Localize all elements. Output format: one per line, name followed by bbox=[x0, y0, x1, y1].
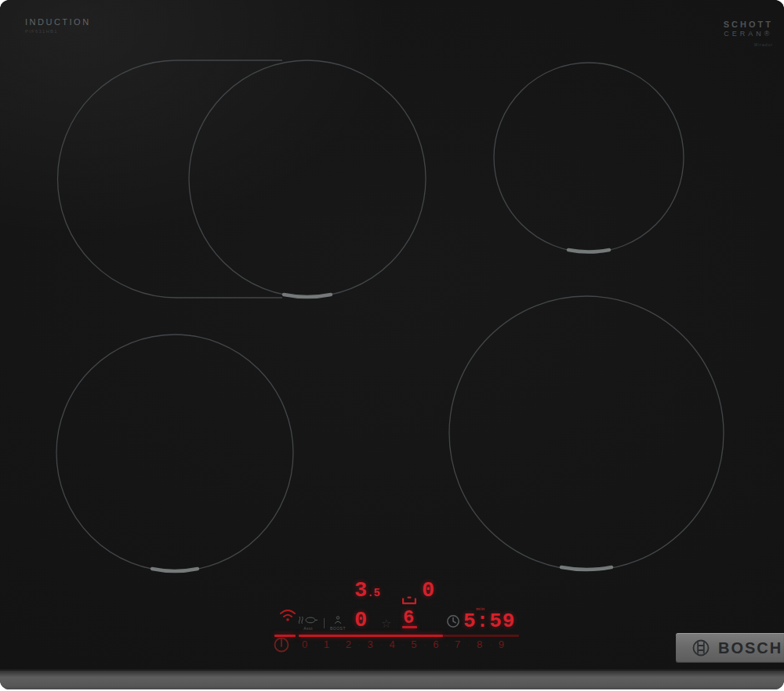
zone-display-rear-right[interactable]: 0 bbox=[422, 581, 434, 602]
level-separator: · bbox=[489, 641, 492, 649]
bosch-badge: BOSCH bbox=[676, 633, 784, 663]
power-level-6[interactable]: 6 bbox=[433, 639, 438, 650]
ceran-wordmark: CERAN® bbox=[724, 30, 773, 38]
level-separator: · bbox=[423, 641, 426, 649]
level-separator: · bbox=[445, 641, 448, 649]
model-number: PIF631HB1 bbox=[25, 29, 91, 34]
zone-ring-rear-left bbox=[58, 60, 283, 298]
zone-ring-rear-right bbox=[494, 63, 684, 252]
bosch-armature-icon bbox=[691, 639, 710, 657]
front-trim-strip bbox=[0, 669, 784, 689]
assist-key[interactable]: Asst bbox=[298, 616, 318, 631]
product-photo: INDUCTION PIF631HB1 SCHOTT CERAN® Miradu… bbox=[0, 0, 784, 691]
wifi-icon bbox=[278, 608, 297, 622]
power-level-7[interactable]: 7 bbox=[455, 639, 460, 650]
level-separator: · bbox=[314, 641, 317, 649]
power-level-1[interactable]: 1 bbox=[324, 639, 329, 650]
zone-display-front-left[interactable]: 0 bbox=[354, 610, 367, 631]
assist-key-label: Asst bbox=[303, 626, 313, 631]
fry-assist-icon bbox=[298, 616, 318, 624]
level-separator: · bbox=[358, 641, 361, 649]
slider-inactive-track[interactable] bbox=[443, 635, 519, 637]
power-icon bbox=[273, 636, 290, 653]
induction-label: INDUCTION bbox=[25, 17, 91, 27]
schott-ceran-logo: SCHOTT CERAN® Miradur bbox=[724, 20, 773, 47]
zone-ring-front-right bbox=[449, 296, 724, 570]
power-level-5[interactable]: 5 bbox=[411, 639, 416, 650]
slider-active-track[interactable] bbox=[299, 635, 443, 637]
power-level-8[interactable]: 8 bbox=[477, 639, 482, 650]
pan-mark-rear-center bbox=[284, 295, 331, 297]
power-level-2[interactable]: 2 bbox=[346, 639, 351, 650]
power-level-9[interactable]: 9 bbox=[499, 639, 504, 650]
schott-wordmark: SCHOTT bbox=[724, 20, 773, 29]
boost-icon bbox=[333, 616, 343, 624]
boost-key-label: BOOST bbox=[330, 626, 346, 631]
key-divider bbox=[324, 618, 325, 628]
zone-display-rear-left[interactable]: 3.5 bbox=[354, 581, 380, 602]
power-button[interactable] bbox=[273, 636, 290, 653]
star-icon[interactable]: ☆ bbox=[381, 617, 391, 629]
zone-ring-rear-center bbox=[189, 60, 426, 297]
boost-key[interactable]: BOOST bbox=[330, 616, 346, 631]
selected-zone-indicator bbox=[402, 626, 417, 628]
pan-mark-front-right bbox=[561, 567, 612, 570]
pan-mark-rear-right bbox=[568, 250, 609, 252]
pan-detected-icon bbox=[401, 596, 417, 606]
schott-subtext: Miradur bbox=[724, 42, 773, 47]
power-level-row[interactable]: 0·1·2·3·4·5·6·7·8·9 bbox=[302, 639, 504, 650]
function-keys: Asst BOOST bbox=[298, 616, 346, 631]
decimal-point: . bbox=[367, 587, 373, 599]
timer-display: 5:59 bbox=[463, 611, 515, 631]
level-separator: · bbox=[467, 641, 470, 649]
registered-mark: ® bbox=[764, 30, 773, 38]
timer-clock-icon[interactable] bbox=[446, 614, 460, 628]
level-separator: · bbox=[401, 641, 404, 649]
power-level-4[interactable]: 4 bbox=[389, 639, 394, 650]
pan-mark-front-left bbox=[152, 569, 198, 571]
power-level-3[interactable]: 3 bbox=[368, 639, 373, 650]
bosch-wordmark: BOSCH bbox=[718, 639, 782, 657]
fraction-digit: 5 bbox=[374, 587, 380, 599]
cooking-zones-graphic bbox=[0, 0, 784, 672]
power-level-0[interactable]: 0 bbox=[302, 639, 307, 650]
level-separator: · bbox=[336, 641, 339, 649]
hob-branding: INDUCTION PIF631HB1 bbox=[25, 17, 91, 34]
zone-display-front-right[interactable]: 6 bbox=[403, 609, 414, 628]
level-separator: · bbox=[380, 641, 383, 649]
zone-ring-front-left bbox=[56, 335, 293, 571]
induction-hob: INDUCTION PIF631HB1 SCHOTT CERAN® Miradu… bbox=[0, 0, 784, 689]
